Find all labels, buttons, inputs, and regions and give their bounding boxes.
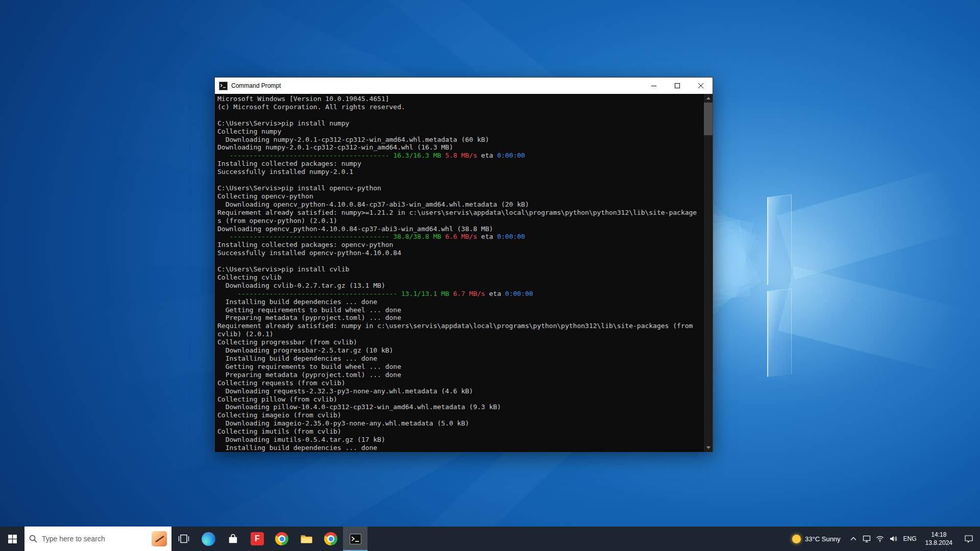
terminal-line: Collecting pillow (from cvlib) — [217, 395, 703, 404]
monitor-tray-button[interactable] — [860, 527, 873, 551]
language-indicator[interactable]: ENG — [900, 535, 920, 542]
terminal-line: C:\Users\Servis>pip install opencv-pytho… — [217, 184, 703, 192]
terminal-line: Getting requirements to build wheel ... … — [217, 363, 703, 371]
terminal-line: Collecting imutils (from cvlib) — [217, 428, 703, 436]
taskbar-app-chrome[interactable] — [270, 527, 294, 551]
minimize-button[interactable] — [642, 78, 666, 94]
terminal-line: Collecting numpy — [217, 128, 703, 136]
search-placeholder: Type here to search — [42, 535, 105, 543]
close-icon — [698, 83, 703, 88]
search-input[interactable]: Type here to search — [24, 527, 172, 551]
weather-widget[interactable]: 33°C Sunny — [786, 527, 847, 551]
wallpaper-window-pane — [767, 288, 792, 377]
terminal-line: Installing collected packages: numpy — [217, 160, 703, 168]
terminal-line: Downloading pillow-10.4.0-cp312-cp312-wi… — [217, 403, 703, 411]
wallpaper-light-beam — [777, 161, 980, 279]
edge-icon — [202, 532, 215, 546]
volume-tray-button[interactable] — [887, 527, 900, 551]
task-view-icon — [178, 533, 190, 545]
sun-icon — [792, 535, 801, 543]
taskbar: Type here to search F — [0, 527, 980, 551]
maximize-button[interactable] — [666, 78, 689, 94]
clock-time: 14:18 — [925, 531, 952, 539]
terminal-line: (c) Microsoft Corporation. All rights re… — [217, 103, 703, 111]
terminal-line: Downloading progressbar-2.5.tar.gz (10 k… — [217, 346, 703, 355]
terminal-line: Successfully installed opencv-python-4.1… — [217, 249, 703, 257]
start-button[interactable] — [0, 527, 24, 551]
terminal-line: ----------------------------------------… — [217, 233, 703, 241]
terminal-line: Installing build dependencies ... done — [217, 298, 703, 306]
action-center-icon — [964, 534, 973, 543]
command-prompt-window[interactable]: Command Prompt Microsoft Windows [Versio… — [214, 77, 713, 452]
command-prompt-icon — [349, 533, 362, 545]
taskbar-app-command-prompt[interactable] — [343, 527, 368, 551]
task-view-button[interactable] — [172, 527, 196, 551]
terminal-line: Downloading cvlib-0.2.7.tar.gz (13.1 MB) — [217, 282, 703, 290]
terminal-line: Collecting progressbar (from cvlib) — [217, 338, 703, 346]
terminal-line: Installing build dependencies ... done — [217, 355, 703, 363]
taskbar-app-file-explorer[interactable] — [294, 527, 318, 551]
search-icon — [29, 535, 37, 543]
terminal-line: Downloading opencv_python-4.10.0.84-cp37… — [217, 201, 703, 209]
terminal-line: C:\Users\Servis>pip install cvlib — [217, 265, 703, 273]
network-icon — [876, 535, 884, 543]
scroll-up-arrow[interactable] — [704, 94, 713, 103]
terminal-line — [217, 176, 703, 184]
terminal-line: Downloading requests-2.32.3-py3-none-any… — [217, 387, 703, 395]
terminal-line: Downloading numpy-2.0.1-cp312-cp312-win_… — [217, 143, 703, 152]
taskbar-app-store[interactable] — [220, 527, 245, 551]
wallpaper-window-pane — [767, 194, 792, 285]
terminal-line: Collecting opencv-python — [217, 192, 703, 201]
terminal-scrollbar[interactable] — [704, 94, 713, 452]
command-prompt-icon — [219, 82, 228, 90]
terminal-line: s (from opencv-python) (2.0.1) — [217, 217, 703, 225]
taskbar-app-f[interactable]: F — [245, 527, 270, 551]
terminal-line: C:\Users\Servis>pip install numpy — [217, 119, 703, 128]
close-button[interactable] — [689, 78, 713, 94]
weather-text: 33°C Sunny — [805, 535, 841, 543]
chevron-up-icon — [850, 537, 856, 541]
volume-icon — [889, 535, 897, 543]
taskbar-app-edge[interactable] — [196, 527, 220, 551]
terminal-output: Microsoft Windows [Version 10.0.19045.46… — [217, 95, 703, 452]
scroll-down-arrow[interactable] — [704, 443, 713, 452]
minimize-icon — [651, 83, 656, 88]
terminal-line: ----------------------------------------… — [217, 152, 703, 160]
terminal-line: Installing collected packages: opencv-py… — [217, 241, 703, 249]
terminal-line: ----------------------------------------… — [217, 290, 703, 298]
screen: Command Prompt Microsoft Windows [Versio… — [0, 0, 980, 551]
taskbar-clock[interactable]: 14:18 13.8.2024 — [920, 531, 958, 547]
terminal-line: Requirement already satisfied: numpy in … — [217, 322, 703, 330]
terminal-line — [217, 111, 703, 119]
search-highlights-icon[interactable] — [152, 531, 167, 546]
terminal-line: Preparing metadata (pyproject.toml) ... … — [217, 314, 703, 322]
maximize-icon — [675, 83, 680, 88]
wallpaper-light-beam — [778, 266, 980, 379]
f-app-letter: F — [255, 534, 260, 543]
window-titlebar[interactable]: Command Prompt — [215, 78, 713, 94]
terminal-line: Successfully installed numpy-2.0.1 — [217, 168, 703, 176]
windows-logo-icon — [8, 535, 17, 543]
window-title: Command Prompt — [231, 82, 281, 89]
terminal-line: Collecting requests (from cvlib) — [217, 379, 703, 387]
terminal-line: Downloading opencv_python-4.10.0.84-cp37… — [217, 225, 703, 233]
terminal[interactable]: Microsoft Windows [Version 10.0.19045.46… — [215, 94, 713, 452]
system-tray: 33°C Sunny EN — [786, 527, 980, 551]
terminal-line: Downloading numpy-2.0.1-cp312-cp312-win_… — [217, 136, 703, 144]
terminal-line: Microsoft Windows [Version 10.0.19045.46… — [217, 95, 703, 103]
terminal-line: Requirement already satisfied: numpy>=1.… — [217, 209, 703, 217]
scrollbar-thumb[interactable] — [704, 103, 713, 135]
terminal-line: cvlib) (2.0.1) — [217, 330, 703, 338]
network-tray-button[interactable] — [873, 527, 887, 551]
taskbar-app-chrome-2[interactable] — [318, 527, 343, 551]
file-explorer-icon — [300, 533, 313, 545]
terminal-line: Downloading imageio-2.35.0-py3-none-any.… — [217, 419, 703, 428]
clock-date: 13.8.2024 — [925, 539, 952, 547]
terminal-line: Getting requirements to build wheel ... … — [217, 306, 703, 314]
hidden-icons-button[interactable] — [847, 527, 860, 551]
chrome-icon — [324, 532, 337, 545]
terminal-line: Downloading imutils-0.5.4.tar.gz (17 kB) — [217, 436, 703, 444]
terminal-line: Preparing metadata (pyproject.toml) ... … — [217, 371, 703, 379]
action-center-button[interactable] — [958, 527, 980, 551]
window-controls — [642, 78, 713, 94]
